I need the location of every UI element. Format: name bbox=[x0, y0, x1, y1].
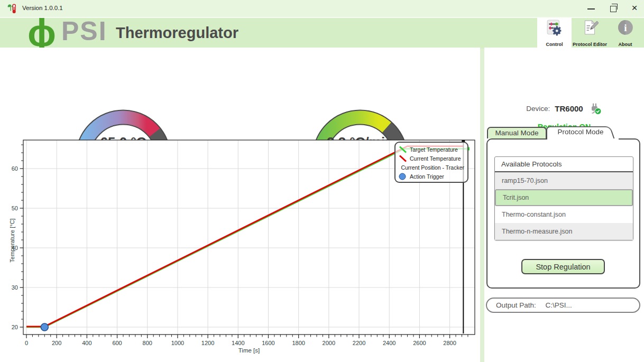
svg-text:1000: 1000 bbox=[171, 340, 184, 346]
control-gear-icon bbox=[546, 20, 563, 36]
svg-text:200: 200 bbox=[52, 340, 61, 346]
svg-text:2000: 2000 bbox=[323, 340, 335, 346]
target-line-swatch-icon bbox=[399, 146, 408, 153]
app-window: Version 1.0.0.1 × ϕ PSI Thermoregulator bbox=[0, 0, 644, 362]
svg-text:2200: 2200 bbox=[353, 340, 365, 346]
svg-text:50: 50 bbox=[12, 205, 18, 211]
legend-label: Current Temperature bbox=[410, 155, 461, 162]
header: ϕ PSI Thermoregulator bbox=[0, 17, 644, 49]
current-line-swatch-icon bbox=[399, 155, 408, 162]
svg-text:Time [s]: Time [s] bbox=[238, 347, 260, 354]
svg-text:1600: 1600 bbox=[262, 340, 274, 346]
close-button[interactable]: × bbox=[624, 0, 644, 17]
svg-text:600: 600 bbox=[112, 340, 122, 346]
restore-button[interactable] bbox=[603, 0, 624, 17]
protocol-list-item[interactable]: Thermo-constant.json bbox=[495, 206, 633, 223]
svg-text:i: i bbox=[624, 22, 627, 33]
svg-text:800: 800 bbox=[143, 340, 152, 346]
control-side-panel: Device: TR6000 Regulation ON Remaining T… bbox=[484, 48, 644, 362]
tab-cover bbox=[547, 138, 619, 141]
svg-text:60: 60 bbox=[12, 165, 18, 172]
output-path-value: C:\PSI... bbox=[546, 301, 572, 309]
svg-text:0: 0 bbox=[25, 340, 28, 346]
minimize-button[interactable] bbox=[581, 0, 602, 17]
svg-text:Temperature [°C]: Temperature [°C] bbox=[9, 218, 15, 262]
version-label: Version 1.0.0.1 bbox=[22, 5, 63, 11]
tab-protocol-mode-label: Protocol Mode bbox=[546, 125, 615, 138]
toolbar-protocol-editor-button[interactable]: Protocol Editor bbox=[573, 18, 607, 49]
legend-label: Target Temperature bbox=[410, 146, 458, 153]
available-protocols-header: Available Protocols bbox=[495, 157, 633, 172]
legend-label: Current Position - Tracker bbox=[401, 164, 464, 171]
protocol-list-item-selected[interactable]: Tcrit.json bbox=[495, 189, 633, 206]
legend-item-trigger: Action Trigger bbox=[399, 172, 464, 181]
protocol-editor-icon bbox=[582, 20, 599, 36]
restore-icon bbox=[610, 6, 617, 12]
toolbar-about-button[interactable]: i About bbox=[608, 18, 642, 49]
svg-text:1200: 1200 bbox=[201, 340, 214, 346]
output-path-label: Output Path: bbox=[496, 301, 536, 309]
svg-text:20: 20 bbox=[12, 324, 18, 330]
svg-text:2400: 2400 bbox=[383, 340, 395, 346]
legend-item-current: Current Temperature bbox=[399, 154, 464, 163]
svg-text:1800: 1800 bbox=[292, 340, 305, 346]
tab-manual-mode[interactable]: Manual Mode bbox=[487, 127, 547, 138]
stop-regulation-button[interactable]: Stop Regulation bbox=[521, 259, 605, 274]
legend-label: Action Trigger bbox=[410, 173, 444, 180]
protocol-mode-panel: Available Protocols ramp15-70.json Tcrit… bbox=[486, 138, 640, 289]
svg-text:2800: 2800 bbox=[443, 340, 456, 346]
page-title: Thermoregulator bbox=[85, 24, 270, 42]
device-row: Device: TR6000 bbox=[484, 102, 644, 115]
device-name: TR6000 bbox=[555, 104, 583, 113]
toolbar-control-button[interactable]: Control bbox=[537, 18, 572, 49]
svg-text:1400: 1400 bbox=[232, 340, 244, 346]
about-icon: i bbox=[617, 20, 634, 36]
device-label: Device: bbox=[526, 105, 550, 113]
app-icon bbox=[6, 3, 18, 14]
action-trigger-swatch-icon bbox=[399, 173, 408, 180]
toolbar-control-label: Control bbox=[537, 42, 572, 47]
legend-item-target: Target Temperature bbox=[399, 145, 464, 154]
device-connected-icon bbox=[588, 102, 602, 115]
svg-text:2600: 2600 bbox=[413, 340, 426, 346]
chart-legend: Target Temperature Current Temperature C… bbox=[394, 142, 468, 183]
toolbar-about-label: About bbox=[608, 42, 642, 47]
minimize-icon bbox=[587, 8, 595, 10]
protocol-list-item[interactable]: ramp15-70.json bbox=[495, 172, 633, 189]
toolbar-protocol-editor-label: Protocol Editor bbox=[573, 42, 607, 47]
available-protocols-box: Available Protocols ramp15-70.json Tcrit… bbox=[494, 156, 633, 240]
output-path-field[interactable]: Output Path: C:\PSI... bbox=[486, 298, 640, 313]
svg-text:30: 30 bbox=[12, 284, 18, 291]
main-content-card: 65.0 °C 10 °C 80 °C Current Temperature … bbox=[0, 48, 480, 362]
tab-protocol-mode[interactable]: Protocol Mode bbox=[546, 125, 615, 140]
svg-text:400: 400 bbox=[82, 340, 91, 346]
legend-item-tracker: Current Position - Tracker bbox=[399, 163, 464, 172]
protocol-list-item[interactable]: Thermo-n-measure.json bbox=[495, 223, 633, 240]
